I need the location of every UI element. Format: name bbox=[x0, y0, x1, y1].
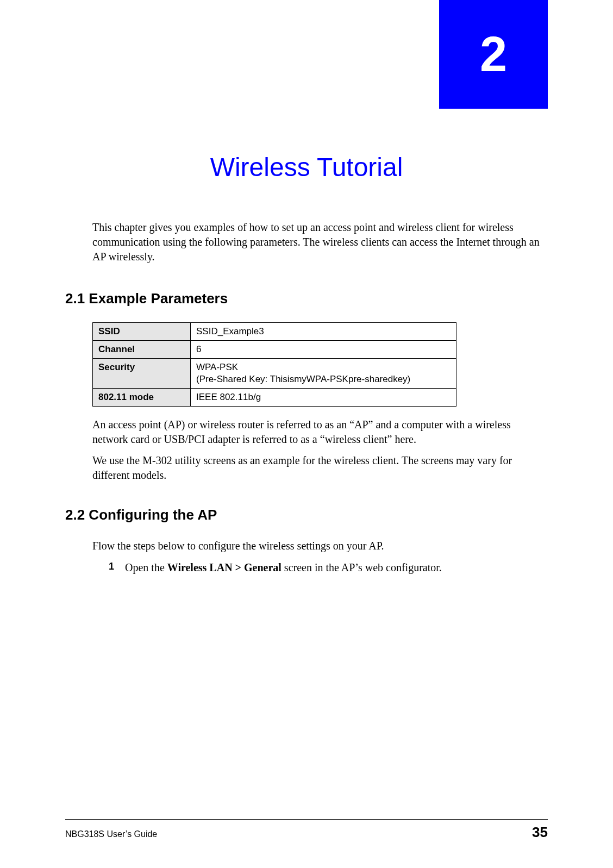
step-list: 1 Open the Wireless LAN > General screen… bbox=[109, 560, 548, 575]
chapter-intro-text: This chapter gives you examples of how t… bbox=[92, 220, 548, 264]
section-heading-2-2: 2.2 Configuring the AP bbox=[65, 507, 548, 523]
step-number: 1 bbox=[109, 560, 118, 575]
table-label-cell: Security bbox=[93, 359, 191, 389]
step-text-suffix: screen in the AP’s web configurator. bbox=[282, 561, 442, 573]
table-label-cell: 802.11 mode bbox=[93, 389, 191, 407]
table-value-cell: SSID_Example3 bbox=[191, 323, 456, 341]
table-row: 802.11 mode IEEE 802.11b/g bbox=[93, 389, 456, 407]
step-text-bold: Wireless LAN > General bbox=[167, 561, 282, 573]
table-row: Channel 6 bbox=[93, 341, 456, 359]
table-label-cell: SSID bbox=[93, 323, 191, 341]
table-value-cell: 6 bbox=[191, 341, 456, 359]
table-row: Security WPA-PSK (Pre-Shared Key: Thisis… bbox=[93, 359, 456, 389]
chapter-tab: 2 bbox=[439, 0, 548, 109]
chapter-title: Wireless Tutorial bbox=[65, 152, 548, 182]
document-page: 2 Wireless Tutorial This chapter gives y… bbox=[0, 0, 613, 868]
body-paragraph: An access point (AP) or wireless router … bbox=[92, 417, 548, 447]
chapter-number: 2 bbox=[480, 27, 507, 83]
footer-page-number: 35 bbox=[532, 824, 548, 841]
example-parameters-table: SSID SSID_Example3 Channel 6 Security WP… bbox=[92, 322, 456, 407]
footer-guide-name: NBG318S User’s Guide bbox=[65, 829, 157, 839]
table-value-cell: IEEE 802.11b/g bbox=[191, 389, 456, 407]
list-item: 1 Open the Wireless LAN > General screen… bbox=[109, 560, 548, 575]
body-paragraph: We use the M-302 utility screens as an e… bbox=[92, 453, 548, 483]
page-footer: NBG318S User’s Guide 35 bbox=[65, 819, 548, 841]
step-text: Open the Wireless LAN > General screen i… bbox=[125, 560, 442, 575]
section-heading-2-1: 2.1 Example Parameters bbox=[65, 290, 548, 307]
table-label-cell: Channel bbox=[93, 341, 191, 359]
step-text-prefix: Open the bbox=[125, 561, 167, 573]
table-value-cell: WPA-PSK (Pre-Shared Key: ThisismyWPA-PSK… bbox=[191, 359, 456, 389]
table-row: SSID SSID_Example3 bbox=[93, 323, 456, 341]
body-paragraph: Flow the steps below to configure the wi… bbox=[92, 539, 548, 553]
